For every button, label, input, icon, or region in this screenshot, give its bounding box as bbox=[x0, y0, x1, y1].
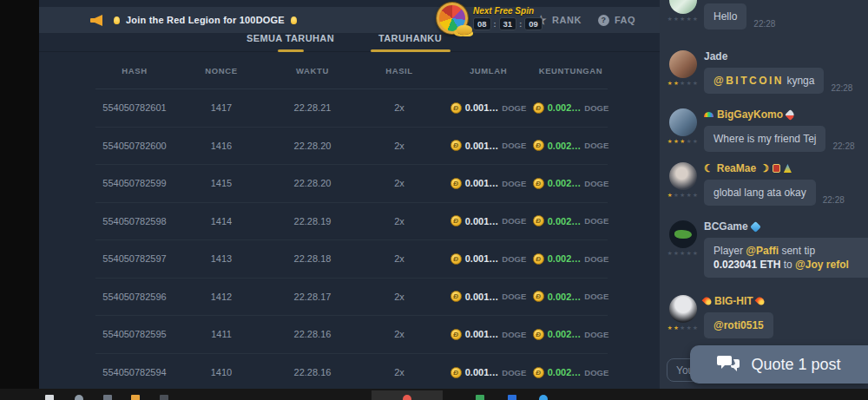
question-icon: ? bbox=[598, 15, 609, 26]
fire-icon bbox=[754, 296, 766, 307]
currency-label: DOGE bbox=[502, 141, 526, 150]
table-row[interactable]: 554050782598 1414 22.28.19 2x Ð0.001…DOG… bbox=[95, 203, 608, 241]
table-row[interactable]: 554050782601 1417 22.28.21 2x Ð0.001…DOG… bbox=[95, 89, 608, 128]
avatar[interactable] bbox=[669, 162, 697, 190]
pray-icon bbox=[784, 164, 792, 173]
cell-hasil: 2x bbox=[356, 329, 443, 339]
cell-jumlah: Ð0.001…DOGE bbox=[443, 178, 534, 189]
taskbar-app-icon[interactable] bbox=[508, 395, 516, 400]
mention-link[interactable]: @roti0515 bbox=[713, 319, 764, 331]
taskbar-app-icon[interactable] bbox=[476, 395, 484, 400]
lightbulb-icon bbox=[114, 16, 120, 24]
cell-waktu: 22.28.16 bbox=[269, 329, 356, 339]
cell-hash: 554050782599 bbox=[95, 178, 174, 188]
doge-coin-icon: Ð bbox=[450, 329, 462, 340]
free-spin-widget[interactable]: Next Free Spin 08 : 31 : 09 bbox=[437, 3, 542, 34]
spin-countdown-timer: 08 : 31 : 09 bbox=[473, 17, 542, 30]
tab-underline bbox=[278, 49, 304, 52]
chat-username[interactable]: BigGayKomo bbox=[704, 108, 861, 121]
table-row[interactable]: 554050782599 1415 22.28.20 2x Ð0.001…DOG… bbox=[95, 165, 608, 203]
mention-link[interactable]: @Paffi bbox=[746, 245, 779, 257]
bet-amount: 0.001… bbox=[465, 178, 499, 188]
cell-jumlah: Ð0.001…DOGE bbox=[443, 291, 534, 302]
cell-jumlah: Ð0.001…DOGE bbox=[443, 367, 534, 378]
bets-tabs: SEMUA TARUHAN TARUHANKU bbox=[39, 33, 660, 52]
chat-timestamp: 22:28 bbox=[831, 83, 852, 94]
taskbar-app-icon[interactable] bbox=[403, 395, 411, 400]
cell-waktu: 22.28.19 bbox=[269, 216, 356, 226]
next-free-spin-label: Next Free Spin bbox=[473, 6, 542, 16]
avatar[interactable] bbox=[669, 295, 697, 323]
taskbar-app-icon[interactable] bbox=[103, 395, 112, 400]
search-icon[interactable] bbox=[75, 395, 83, 400]
bet-amount: 0.001… bbox=[465, 141, 499, 151]
cell-nonce: 1417 bbox=[174, 102, 269, 113]
taskbar-app-icon[interactable] bbox=[160, 395, 168, 400]
col-hasil: HASIL bbox=[356, 66, 443, 75]
tab-taruhanku[interactable]: TARUHANKU bbox=[352, 33, 469, 52]
cell-nonce: 1410 bbox=[174, 367, 269, 377]
tab-semua-taruhan[interactable]: SEMUA TARUHAN bbox=[232, 33, 349, 52]
chat-bubble: @BITCOIN kynga bbox=[704, 68, 824, 94]
avatar[interactable] bbox=[669, 50, 697, 78]
quote-post-button[interactable]: Quote 1 post bbox=[690, 345, 868, 384]
faq-button[interactable]: ? FAQ bbox=[598, 7, 635, 33]
folder-icon[interactable] bbox=[131, 395, 140, 400]
timer-separator: : bbox=[494, 20, 496, 29]
card-icon bbox=[773, 164, 780, 173]
cell-hasil: 2x bbox=[356, 216, 443, 226]
cell-hash: 554050782597 bbox=[95, 253, 174, 264]
cell-jumlah: Ð0.001…DOGE bbox=[443, 140, 534, 151]
table-row[interactable]: 554050782595 1411 22.28.16 2x Ð0.001…DOG… bbox=[95, 316, 608, 354]
spin-info: Next Free Spin 08 : 31 : 09 bbox=[473, 6, 542, 30]
chat-username[interactable]: Jade bbox=[704, 50, 861, 62]
announcement-text: Join the Red Legion for 100DOGE bbox=[126, 15, 285, 25]
cell-waktu: 22.28.16 bbox=[269, 367, 356, 377]
gem-icon bbox=[750, 221, 761, 233]
user-rank-stars: ★★★★★ bbox=[667, 16, 700, 23]
chat-username[interactable]: BCGame bbox=[704, 220, 861, 233]
mention-link[interactable]: @BITCOIN bbox=[713, 75, 784, 87]
doge-coin-icon: Ð bbox=[450, 215, 462, 226]
chat-message: ★★★★★ BCGame Player @Paffi sent tip 0.02… bbox=[665, 220, 861, 278]
table-row[interactable]: 554050782597 1413 22.28.18 2x Ð0.001…DOG… bbox=[95, 240, 608, 279]
cell-hasil: 2x bbox=[356, 102, 443, 113]
cell-hasil: 2x bbox=[356, 178, 443, 188]
bet-amount: 0.001… bbox=[465, 216, 499, 226]
mention-link[interactable]: @Joy refol bbox=[795, 259, 849, 271]
cell-waktu: 22.28.20 bbox=[269, 141, 356, 151]
cell-keuntungan: Ð0.002…DOGE bbox=[534, 329, 608, 340]
cell-keuntungan: Ð0.002…DOGE bbox=[534, 253, 608, 265]
chat-bubble: Hello bbox=[704, 3, 746, 30]
table-row[interactable]: 554050782600 1416 22.28.20 2x Ð0.001…DOG… bbox=[95, 128, 608, 166]
cell-hash: 554050782600 bbox=[95, 141, 174, 151]
profit-amount: 0.002… bbox=[548, 141, 582, 151]
chat-username[interactable]: ☾ ReaMae ☽ bbox=[704, 162, 861, 174]
cell-nonce: 1411 bbox=[174, 329, 269, 339]
avatar[interactable] bbox=[669, 220, 697, 248]
rank-button[interactable]: ★ RANK bbox=[536, 7, 582, 33]
cell-hash: 554050782598 bbox=[95, 216, 174, 226]
currency-label: DOGE bbox=[584, 141, 608, 150]
table-row[interactable]: 554050782596 1412 22.28.17 2x Ð0.001…DOG… bbox=[95, 279, 608, 317]
currency-label: DOGE bbox=[584, 179, 608, 188]
doge-coin-icon: Ð bbox=[533, 291, 544, 302]
taskbar-app-icon[interactable] bbox=[539, 395, 548, 400]
cell-hash: 554050782594 bbox=[95, 367, 174, 377]
chat-username[interactable]: BIG-HIT bbox=[704, 295, 861, 307]
cell-keuntungan: Ð0.002…DOGE bbox=[534, 178, 608, 189]
start-button-icon[interactable] bbox=[45, 395, 54, 400]
cell-waktu: 22.28.17 bbox=[269, 292, 356, 302]
rainbow-icon bbox=[704, 112, 713, 117]
bet-amount: 0.001… bbox=[465, 253, 499, 264]
table-row[interactable]: 554050782594 1410 22.28.16 2x Ð0.001…DOG… bbox=[95, 354, 608, 392]
bet-amount: 0.001… bbox=[465, 292, 499, 302]
cell-waktu: 22.28.20 bbox=[269, 178, 356, 188]
spin-wheel-icon[interactable] bbox=[437, 3, 468, 34]
moon-icon: ☾ bbox=[704, 163, 713, 174]
doge-coin-icon: Ð bbox=[533, 178, 544, 189]
announcement-bar[interactable]: Join the Red Legion for 100DOGE Next Fre… bbox=[39, 7, 660, 33]
avatar[interactable] bbox=[669, 108, 697, 136]
avatar[interactable] bbox=[669, 0, 697, 14]
currency-label: DOGE bbox=[502, 368, 526, 377]
